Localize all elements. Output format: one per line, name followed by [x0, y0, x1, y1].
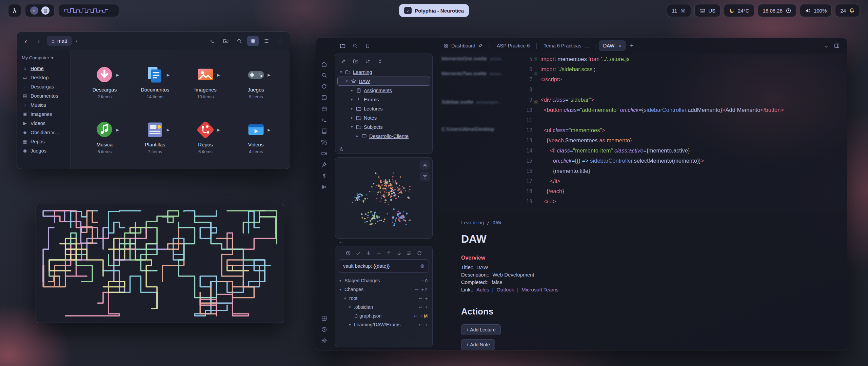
- sidebar-item-home[interactable]: ⌂ Home: [17, 64, 70, 73]
- sidebar-item-obsidian-v[interactable]: ◆ Obsidian V…: [17, 128, 70, 137]
- scissors-icon[interactable]: [318, 181, 330, 192]
- vault-icon[interactable]: [318, 312, 330, 324]
- layout-button[interactable]: [407, 250, 412, 256]
- tree-item-learning[interactable]: ▾ Learning: [337, 67, 430, 77]
- git-row-learning-daw-exams[interactable]: ▾ Learning/DAW/Exams ↩ +: [339, 320, 429, 329]
- calendar-icon[interactable]: [318, 103, 330, 114]
- tab-list-icon[interactable]: ⌄: [824, 42, 829, 49]
- session-pill[interactable]: ◐ ▤: [25, 4, 55, 17]
- git-row-changes[interactable]: ▾ Changes ↩ + 2: [339, 285, 429, 294]
- dice-icon[interactable]: [318, 92, 330, 103]
- folder-documentos[interactable]: ▶ Documentos 14 items: [130, 56, 180, 108]
- grid-view-button[interactable]: [247, 36, 259, 46]
- folder-juegos[interactable]: ▶ Juegos 8 items: [231, 56, 281, 108]
- unstage-button[interactable]: [376, 250, 381, 256]
- search-icon[interactable]: [318, 69, 330, 81]
- tab-daw[interactable]: DAW ×: [599, 40, 626, 51]
- chevron-down-icon[interactable]: ▾: [349, 323, 354, 327]
- backup-button[interactable]: [346, 250, 351, 256]
- sidebar-item-musica[interactable]: ♪ Musica: [17, 100, 70, 109]
- camera-icon[interactable]: [318, 148, 330, 159]
- folder-plantillas[interactable]: ▶ Plantillas 7 items: [130, 110, 180, 163]
- clear-icon[interactable]: ⊗: [420, 263, 425, 269]
- collapse-button[interactable]: [377, 59, 383, 64]
- weather-pill[interactable]: 24°C: [724, 4, 754, 17]
- chevron-down-icon[interactable]: ▾: [349, 305, 354, 309]
- home-icon[interactable]: [318, 58, 330, 69]
- new-folder-button[interactable]: [353, 59, 358, 64]
- unlink-icon[interactable]: [318, 137, 330, 148]
- link-outlook[interactable]: Outlook: [496, 287, 514, 292]
- git-row-actions[interactable]: ↩ +: [415, 287, 425, 292]
- new-tab-button[interactable]: +: [627, 42, 637, 49]
- forward-button[interactable]: ›: [34, 38, 43, 44]
- now-playing-pill[interactable]: ♪ Polyphia - Neurotica: [399, 4, 469, 17]
- settings-icon[interactable]: [318, 335, 330, 346]
- panel-view-files-icon[interactable]: [340, 43, 346, 49]
- graph-filter-button[interactable]: [420, 172, 430, 181]
- sidebar-item-descargas[interactable]: ↓ Descargas: [17, 82, 70, 91]
- sidebar-item-imagenes[interactable]: ▣ Imagenes: [17, 109, 70, 119]
- sidebar-item-juegos[interactable]: ◉ Juegos: [17, 146, 70, 155]
- git-row-actions[interactable]: ↩ +: [419, 305, 429, 310]
- notes-icon[interactable]: ▤: [41, 6, 50, 15]
- tab-tema-6-pr-cticas[interactable]: Tema 6 Prácticas -…: [539, 41, 594, 51]
- sidebar-item-repos[interactable]: ▦ Repos: [17, 137, 70, 146]
- launcher-button[interactable]: λ: [8, 4, 21, 17]
- refresh-button[interactable]: [417, 250, 422, 256]
- folder-musica[interactable]: ▶ Musica 6 items: [79, 110, 130, 163]
- sidebar-item-documentos[interactable]: ▤ Documentos: [17, 91, 70, 100]
- chevron-right-icon[interactable]: ▸: [351, 97, 356, 102]
- tree-item-assignments[interactable]: ▸ Assignments: [337, 86, 430, 95]
- button-add-lecture[interactable]: + Add Lecture: [461, 324, 501, 335]
- chevron-down-icon[interactable]: ▾: [339, 279, 344, 283]
- link-aules[interactable]: Aules: [476, 287, 489, 292]
- terminal-button[interactable]: [206, 36, 218, 46]
- search-button[interactable]: [234, 36, 245, 46]
- commit-button[interactable]: [356, 250, 361, 256]
- stage-button[interactable]: [366, 250, 371, 256]
- chevron-down-icon[interactable]: ▾: [344, 296, 349, 301]
- list-view-button[interactable]: [261, 36, 272, 46]
- chevron-right-icon[interactable]: ▸: [351, 106, 356, 111]
- panel-view-search-icon[interactable]: [352, 43, 358, 49]
- split-layout-icon[interactable]: [834, 43, 840, 48]
- chevron-down-icon[interactable]: ▾: [346, 79, 351, 83]
- breadcrumb[interactable]: ⌂ matt: [47, 36, 72, 46]
- chevron-down-icon[interactable]: ▾: [340, 70, 345, 74]
- updates-pill[interactable]: 11: [667, 4, 691, 17]
- sidebar-item-videos[interactable]: ▶ Videos: [17, 119, 70, 128]
- tree-item-exams[interactable]: ▸ Exams: [337, 95, 430, 104]
- tab-asp-practice-6[interactable]: ASP Practice 6: [492, 41, 534, 51]
- chevron-right-icon[interactable]: ▸: [356, 134, 361, 138]
- back-button[interactable]: ‹: [21, 38, 31, 44]
- tree-item-subjects[interactable]: ▾ Subjects: [337, 122, 430, 131]
- tree-item-daw[interactable]: ▾ DAW: [337, 77, 430, 86]
- clock-pill[interactable]: 18:08:28: [758, 4, 796, 17]
- push-button[interactable]: [386, 250, 392, 256]
- folder-descargas[interactable]: ▶ Descargas 2 items: [79, 56, 130, 108]
- git-row-actions[interactable]: ↩ +: [419, 296, 429, 301]
- folder-repos[interactable]: ▶ Repos 6 items: [180, 110, 231, 163]
- sidebar-item-desktop[interactable]: ▭ Desktop: [17, 73, 70, 82]
- tab-dashboard[interactable]: Dashboard: [439, 41, 487, 51]
- terminal-icon[interactable]: [318, 114, 330, 125]
- pull-button[interactable]: [396, 250, 402, 256]
- folder-videos[interactable]: ▶ Videos 4 items: [231, 110, 281, 163]
- pane-resize-handle[interactable]: ⋯: [335, 239, 433, 246]
- graph-settings-button[interactable]: [420, 160, 430, 170]
- chevron-down-icon[interactable]: ▾: [351, 125, 356, 129]
- git-row-obsidian[interactable]: ▾ .obsidian ↩ +: [339, 303, 429, 311]
- git-row-actions[interactable]: −: [421, 278, 425, 283]
- commit-message-input[interactable]: vault backup: {{date}} ⊗: [339, 259, 429, 273]
- dollar-icon[interactable]: [318, 170, 330, 181]
- button-add-note[interactable]: + Add Note: [461, 339, 495, 350]
- volume-pill[interactable]: 100%: [800, 4, 832, 17]
- help-icon[interactable]: [318, 324, 330, 335]
- pin-icon[interactable]: [318, 159, 330, 170]
- book-icon[interactable]: [318, 125, 330, 137]
- graph-view[interactable]: [335, 158, 432, 238]
- git-row-staged-changes[interactable]: ▾ Staged Changes − 0: [339, 276, 429, 285]
- code-block[interactable]: 5import mementoes from '../../store.js'6…: [521, 54, 842, 207]
- breadcrumb-expander[interactable]: ›: [75, 38, 77, 44]
